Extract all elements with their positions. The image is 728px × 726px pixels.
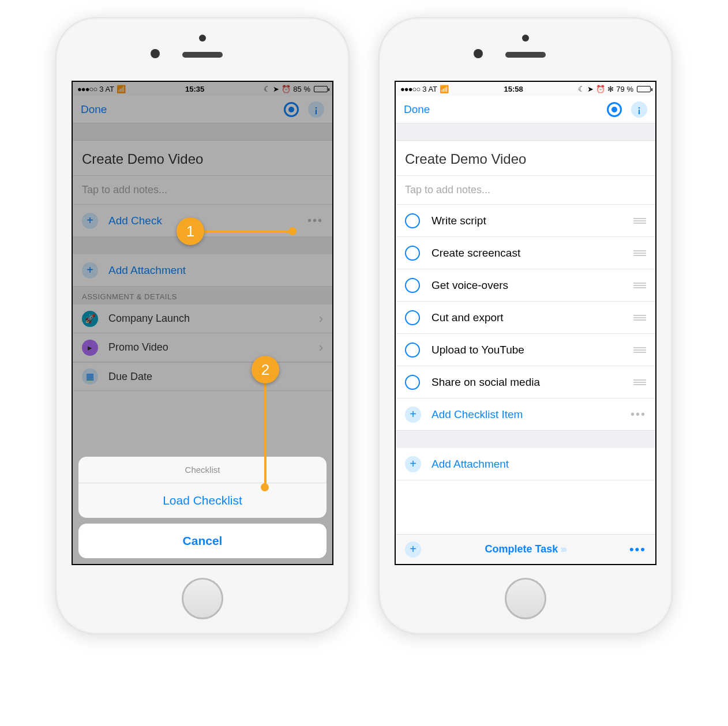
- status-bar: ●●●○○ 3 AT 📶 15:58 ☾ ➤ ⏰ ✻ 79 %: [396, 82, 655, 96]
- checklist-item[interactable]: Write script: [396, 205, 655, 237]
- drag-handle-icon[interactable]: [633, 347, 646, 353]
- screen-right: ●●●○○ 3 AT 📶 15:58 ☾ ➤ ⏰ ✻ 79 % Done ¡ C…: [395, 81, 656, 565]
- moon-icon: ☾: [578, 85, 585, 93]
- checklist-item-label: Get voice-overs: [431, 279, 508, 292]
- more-icon[interactable]: •••: [629, 542, 646, 557]
- home-button[interactable]: [182, 578, 223, 619]
- checklist-item[interactable]: Upload to YouTube: [396, 334, 655, 366]
- load-checklist-button[interactable]: Load Checklist: [78, 483, 327, 518]
- callout-dot-2: [261, 483, 269, 491]
- notes-field[interactable]: Tap to add notes...: [396, 176, 655, 205]
- speaker-grille: [505, 52, 546, 58]
- phone-left: ●●●○○ 3 AT 📶 15:35 ☾ ➤ ⏰ 85 % Done ¡ Cre…: [55, 17, 350, 634]
- checkbox-icon[interactable]: [405, 278, 420, 293]
- callout-line-2: [264, 382, 267, 486]
- sensor-dot: [199, 35, 206, 42]
- home-button[interactable]: [505, 578, 546, 619]
- checklist-item-label: Create screencast: [431, 247, 520, 259]
- checkbox-icon[interactable]: [405, 310, 420, 325]
- plus-icon: +: [405, 407, 421, 423]
- checkbox-icon[interactable]: [405, 246, 420, 261]
- location-icon: ➤: [587, 85, 594, 93]
- checklist-item-label: Write script: [431, 215, 486, 227]
- action-sheet: Checklist Load Checklist Cancel: [78, 457, 327, 558]
- nav-bar: Done ¡: [396, 96, 655, 123]
- checklist-item[interactable]: Share on social media: [396, 366, 655, 398]
- checklist-item-label: Share on social media: [431, 376, 540, 389]
- bluetooth-icon: ✻: [607, 85, 614, 93]
- sensor-dot: [522, 35, 529, 42]
- checkbox-icon[interactable]: [405, 343, 420, 358]
- signal-dots: ●●●○○: [400, 85, 420, 93]
- drag-handle-icon[interactable]: [633, 283, 646, 288]
- drag-handle-icon[interactable]: [633, 379, 646, 385]
- callout-dot-1: [288, 227, 297, 235]
- complete-task-button[interactable]: Complete Task›››: [421, 543, 629, 555]
- add-checklist-item-row[interactable]: + Add Checklist Item •••: [396, 398, 655, 431]
- more-icon[interactable]: •••: [631, 408, 646, 421]
- carrier-label: 3 AT: [422, 85, 437, 93]
- priority-icon[interactable]: ¡: [631, 101, 647, 118]
- phone-right: ●●●○○ 3 AT 📶 15:58 ☾ ➤ ⏰ ✻ 79 % Done ¡ C…: [378, 17, 673, 634]
- wifi-icon: 📶: [440, 85, 449, 93]
- front-camera: [151, 49, 160, 58]
- plus-icon[interactable]: +: [405, 541, 421, 558]
- plus-icon: +: [405, 456, 421, 472]
- chevrons-icon: ›››: [560, 543, 565, 555]
- battery-icon: [637, 86, 651, 92]
- checklist-item[interactable]: Create screencast: [396, 237, 655, 269]
- done-button[interactable]: Done: [404, 103, 430, 116]
- add-checklist-item-label: Add Checklist Item: [431, 408, 523, 421]
- footer-bar: + Complete Task››› •••: [396, 534, 655, 564]
- drag-handle-icon[interactable]: [633, 218, 646, 224]
- add-attachment-label: Add Attachment: [431, 458, 509, 471]
- checklist-item[interactable]: Cut and export: [396, 302, 655, 334]
- callout-badge-2: 2: [252, 356, 279, 383]
- callout-badge-1: 1: [177, 217, 204, 245]
- screen-left: ●●●○○ 3 AT 📶 15:35 ☾ ➤ ⏰ 85 % Done ¡ Cre…: [72, 81, 333, 565]
- checkbox-icon[interactable]: [405, 213, 420, 228]
- checklist-item[interactable]: Get voice-overs: [396, 269, 655, 302]
- status-time: 15:58: [504, 85, 523, 93]
- sheet-title: Checklist: [78, 457, 327, 483]
- checklist-item-label: Cut and export: [431, 311, 504, 324]
- alarm-icon: ⏰: [596, 85, 605, 93]
- gap: [396, 431, 655, 448]
- checkbox-icon[interactable]: [405, 375, 420, 390]
- battery-pct: 79 %: [616, 85, 633, 93]
- add-attachment-row[interactable]: + Add Attachment: [396, 448, 655, 480]
- callout-line-1: [204, 231, 291, 233]
- drag-handle-icon[interactable]: [633, 250, 646, 256]
- checklist-item-label: Upload to YouTube: [431, 344, 524, 356]
- speaker-grille: [182, 52, 223, 58]
- spacer: [396, 123, 655, 141]
- front-camera: [474, 49, 483, 58]
- cancel-button[interactable]: Cancel: [78, 524, 327, 558]
- task-title[interactable]: Create Demo Video: [396, 141, 655, 176]
- drag-handle-icon[interactable]: [633, 315, 646, 321]
- watch-icon[interactable]: [607, 102, 622, 117]
